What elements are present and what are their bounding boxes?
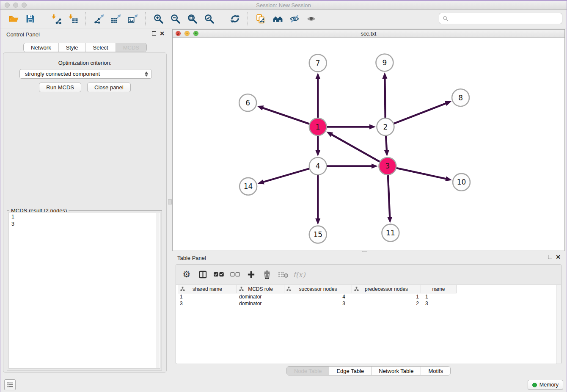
graph-edge-4-3[interactable] [325, 163, 378, 168]
columns-button[interactable] [195, 268, 210, 282]
graph-node-2[interactable]: 2 [377, 118, 394, 135]
trash-button[interactable] [260, 268, 274, 282]
tab-mcds[interactable]: MCDS [116, 43, 146, 52]
graph-edge-2-3[interactable] [384, 134, 389, 156]
graph-edge-3-1[interactable] [326, 132, 381, 163]
copy-network-button[interactable] [253, 12, 268, 26]
svg-text:14: 14 [244, 182, 253, 190]
column-header-mcds-role[interactable]: MCDS role [237, 285, 284, 293]
main-area: Control Panel ✕ NetworkStyleSelectMCDS O… [0, 28, 567, 377]
graph-node-7[interactable]: 7 [309, 54, 327, 72]
open-folder-button[interactable] [6, 12, 20, 26]
search-input[interactable] [450, 13, 562, 24]
toolbar-separator [248, 12, 248, 26]
graph-node-10[interactable]: 10 [453, 174, 470, 191]
tab-node-table[interactable]: Node Table [287, 367, 330, 375]
float-table-panel-icon[interactable] [548, 255, 552, 259]
column-header-shared-name[interactable]: shared name [178, 285, 237, 293]
zoom-fit-button[interactable] [185, 12, 199, 26]
close-panel-icon[interactable]: ✕ [160, 31, 165, 36]
result-scrollbar[interactable] [156, 213, 160, 368]
tab-motifs[interactable]: Motifs [421, 367, 450, 375]
export-image-button[interactable] [125, 12, 140, 26]
graph-node-6[interactable]: 6 [239, 94, 256, 111]
run-mcds-button[interactable]: Run MCDS [39, 83, 81, 92]
tab-network-table[interactable]: Network Table [372, 367, 421, 375]
column-header-successor-nodes[interactable]: successor nodes [284, 285, 352, 293]
network-canvas[interactable]: 7968124314101511 [173, 38, 564, 251]
table-row[interactable]: 1dominator411 [178, 293, 561, 300]
control-panel: Control Panel ✕ NetworkStyleSelectMCDS O… [1, 30, 169, 373]
graph-edge-1-4[interactable] [315, 134, 320, 156]
import-network-button[interactable] [49, 12, 63, 26]
mcds-result-list[interactable]: 13 [8, 212, 160, 369]
control-panel-tabbar: NetworkStyleSelectMCDS [23, 43, 147, 52]
graph-edge-3-11[interactable] [387, 174, 392, 223]
graph-node-1[interactable]: 1 [309, 118, 327, 135]
svg-text:15: 15 [313, 230, 322, 239]
gear-button[interactable]: ⚙ [179, 268, 194, 282]
graph-node-3[interactable]: 3 [379, 157, 396, 175]
vertical-split-handle[interactable] [168, 199, 172, 204]
zoom-out-button[interactable] [168, 12, 182, 26]
tab-style[interactable]: Style [59, 43, 86, 52]
list-icon [6, 381, 14, 389]
attribute-icon [239, 287, 244, 292]
hide-display-button[interactable] [287, 12, 302, 26]
hide-display-icon [289, 14, 300, 24]
mcds-panel: Optimization criterion: strongly connect… [3, 52, 167, 373]
tab-network[interactable]: Network [24, 43, 59, 52]
zoom-in-button[interactable] [151, 12, 165, 26]
svg-text:4: 4 [316, 162, 320, 170]
table-row[interactable]: 3dominator323 [178, 300, 561, 307]
graph-edge-2-8[interactable] [392, 101, 451, 124]
column-header-name[interactable]: name [421, 285, 457, 293]
graph-node-11[interactable]: 11 [382, 224, 399, 242]
graph-node-8[interactable]: 8 [452, 89, 469, 106]
import-table-button[interactable] [66, 12, 80, 26]
graph-node-9[interactable]: 9 [376, 54, 393, 71]
close-table-panel-icon[interactable]: ✕ [556, 255, 561, 259]
save-session-button[interactable] [23, 12, 37, 26]
graph-edge-2-9[interactable] [382, 72, 387, 119]
window-titlebar[interactable]: Session: New Session [0, 1, 567, 10]
graph-edge-4-14[interactable] [258, 168, 311, 184]
task-history-button[interactable] [4, 379, 16, 390]
toolbar-separator [222, 12, 222, 26]
neighbors-button[interactable] [270, 12, 285, 26]
zoom-selected-icon [204, 14, 215, 24]
network-window-titlebar[interactable]: x - + scc.txt [173, 30, 564, 38]
optimization-criterion-label: Optimization criterion: [3, 60, 166, 66]
add-button[interactable] [244, 268, 258, 282]
tab-edge-table[interactable]: Edge Table [329, 367, 372, 375]
tab-select[interactable]: Select [86, 43, 116, 52]
graph-edge-3-10[interactable] [395, 168, 452, 181]
graph-node-14[interactable]: 14 [239, 178, 257, 195]
graph-node-15[interactable]: 15 [309, 226, 327, 243]
table-header-row: shared nameMCDS rolesuccessor nodesprede… [178, 285, 561, 293]
column-header-predecessor-nodes[interactable]: predecessor nodes [352, 285, 421, 293]
optimization-criterion-select[interactable]: strongly connected component [19, 69, 152, 79]
control-panel-title: Control Panel [6, 31, 40, 38]
select-all-button[interactable] [212, 268, 226, 282]
export-table-button[interactable] [108, 12, 123, 26]
deselect-all-button[interactable] [228, 268, 242, 282]
search-box[interactable] [439, 13, 562, 24]
graph-edge-4-15[interactable] [315, 174, 320, 225]
export-network-button[interactable] [91, 12, 106, 26]
graph-node-4[interactable]: 4 [309, 157, 327, 175]
zoom-selected-button[interactable] [202, 12, 216, 26]
graph-edge-1-6[interactable] [257, 105, 311, 124]
network-graph[interactable]: 7968124314101511 [173, 38, 564, 251]
close-panel-button[interactable]: Close panel [87, 83, 131, 92]
graph-edge-1-2[interactable] [325, 124, 376, 130]
search-icon [443, 16, 449, 22]
refresh-button[interactable] [228, 12, 242, 26]
show-display-button[interactable] [304, 12, 319, 26]
import-table-icon [68, 14, 78, 24]
memory-button[interactable]: Memory [528, 380, 563, 390]
graph-edge-1-7[interactable] [315, 73, 320, 119]
svg-text:9: 9 [383, 58, 387, 67]
float-panel-icon[interactable] [152, 31, 156, 36]
table-scrollbar[interactable] [556, 285, 561, 364]
